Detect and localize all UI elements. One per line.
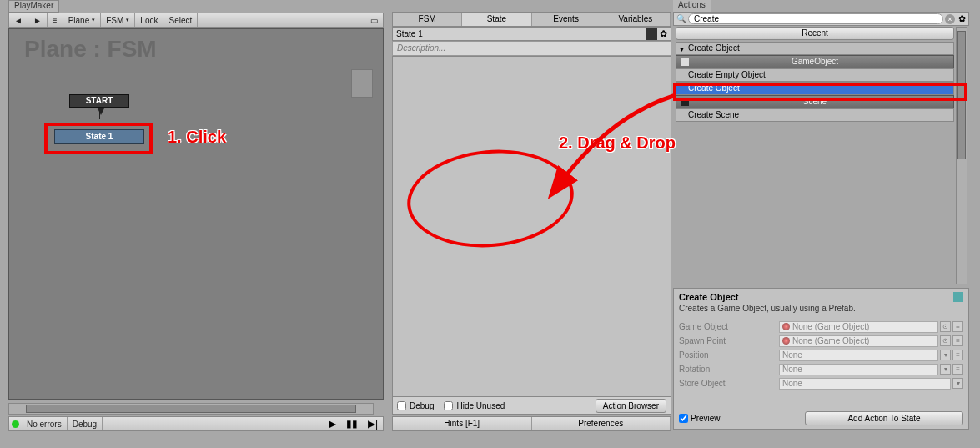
tab-variables[interactable]: Variables: [601, 13, 671, 26]
picker-button[interactable]: ⊙: [940, 335, 951, 346]
dropdown-button[interactable]: ▾: [952, 378, 963, 389]
search-input[interactable]: [688, 13, 943, 24]
minimap-toggle[interactable]: ▭: [365, 13, 383, 27]
left-toolbar: ◄ ► ≡ Plane FSM Lock Select ▭: [8, 13, 384, 28]
state-settings-gear-icon[interactable]: ✿: [660, 28, 667, 39]
inspector-tabs: FSM State Events Variables: [392, 12, 671, 27]
prop-field-store[interactable]: None: [779, 378, 951, 390]
prop-field-position[interactable]: None: [779, 350, 938, 361]
clear-search-button[interactable]: ×: [945, 14, 955, 24]
action-detail-panel: Create Object Creates a Game Object, usu…: [673, 288, 969, 430]
fsm-graph-canvas[interactable]: Plane : FSM START State 1 1. Click: [8, 28, 384, 400]
preview-label: Preview: [691, 414, 721, 423]
prop-label-position: Position: [679, 350, 779, 360]
tab-events[interactable]: Events: [532, 13, 601, 26]
category-header-gameobject[interactable]: GameObject: [676, 55, 954, 68]
preferences-button[interactable]: Preferences: [532, 417, 671, 430]
picker-button[interactable]: ⊙: [940, 321, 951, 332]
tab-state[interactable]: State: [462, 13, 531, 26]
action-create-object[interactable]: Create Object: [676, 82, 954, 95]
fsm-dropdown[interactable]: FSM: [101, 13, 135, 27]
prop-label-rotation: Rotation: [679, 365, 779, 374]
options-button[interactable]: ≡: [952, 364, 963, 375]
nav-fwd-button[interactable]: ►: [28, 13, 48, 27]
hide-unused-label: Hide Unused: [456, 401, 505, 410]
help-icon[interactable]: [953, 292, 963, 302]
category-create-object[interactable]: Create Object: [676, 42, 954, 55]
debug-checkbox[interactable]: [397, 401, 406, 410]
actions-tab[interactable]: Actions: [673, 0, 711, 12]
prop-label-gameobject: Game Object: [679, 322, 779, 331]
tab-fsm[interactable]: FSM: [393, 13, 462, 26]
search-row: 🔍 × ✿: [673, 12, 969, 26]
cube-icon: [681, 58, 689, 66]
options-button[interactable]: ≡: [952, 335, 963, 346]
plane-dropdown[interactable]: Plane: [63, 13, 102, 27]
object-dot-icon: [782, 337, 790, 345]
status-dot-icon: [12, 420, 19, 428]
scrollbar-thumb[interactable]: [26, 405, 356, 413]
hints-button[interactable]: Hints [F1]: [393, 417, 532, 430]
state-name-row: State 1 ✿: [392, 27, 671, 41]
action-list: Create Object GameObject Create Empty Ob…: [676, 42, 954, 122]
options-button[interactable]: ≡: [952, 350, 963, 360]
add-action-button[interactable]: Add Action To State: [805, 411, 963, 425]
detail-title: Create Object: [679, 292, 739, 302]
annotation-text-1: 1. Click: [168, 128, 226, 147]
state-color-swatch[interactable]: [646, 28, 657, 40]
unity-icon: [681, 98, 689, 106]
prop-label-spawn: Spawn Point: [679, 336, 779, 345]
debug-dropdown[interactable]: Debug: [68, 417, 103, 430]
pause-button[interactable]: ▮▮: [346, 418, 358, 430]
step-button[interactable]: ▶|: [368, 418, 378, 430]
start-node[interactable]: START: [69, 94, 129, 108]
action-browser-button[interactable]: Action Browser: [596, 399, 666, 413]
detail-description: Creates a Game Object, usually using a P…: [679, 304, 963, 313]
options-button[interactable]: ≡: [952, 321, 963, 332]
graph-scrollbar-h[interactable]: [8, 403, 374, 415]
prop-field-rotation[interactable]: None: [779, 364, 938, 375]
footer-tabs: Hints [F1] Preferences: [392, 416, 671, 431]
select-button[interactable]: Select: [163, 13, 198, 27]
scrollbar-thumb[interactable]: [957, 31, 966, 159]
transition-arrow-icon: [98, 108, 104, 115]
errors-button[interactable]: No errors: [22, 417, 68, 430]
minimap-icon[interactable]: [351, 69, 373, 98]
state-actions-area[interactable]: [392, 56, 671, 400]
actions-scrollbar-v[interactable]: [956, 27, 967, 284]
action-create-scene[interactable]: Create Scene: [676, 108, 954, 122]
graph-title: Plane : FSM: [24, 36, 157, 63]
play-button[interactable]: ▶: [329, 418, 336, 430]
debug-row: Debug Hide Unused Action Browser: [392, 396, 671, 415]
nav-back-button[interactable]: ◄: [9, 13, 28, 27]
actions-settings-gear-icon[interactable]: ✿: [958, 13, 966, 24]
search-icon: 🔍: [676, 14, 686, 23]
action-create-empty-object[interactable]: Create Empty Object: [676, 68, 954, 82]
hide-unused-checkbox[interactable]: [444, 401, 453, 410]
prop-field-gameobject[interactable]: None (Game Object): [779, 321, 938, 333]
prop-label-store: Store Object: [679, 379, 779, 388]
dropdown-button[interactable]: ▾: [940, 350, 951, 360]
menu-button[interactable]: ≡: [48, 13, 63, 27]
preview-checkbox[interactable]: [679, 414, 688, 423]
lock-button[interactable]: Lock: [135, 13, 163, 27]
prop-field-spawn[interactable]: None (Game Object): [779, 335, 938, 347]
playmaker-tab[interactable]: PlayMaker: [8, 0, 59, 13]
status-bar: No errors Debug ▶ ▮▮ ▶|: [8, 416, 384, 431]
recent-button[interactable]: Recent: [676, 27, 954, 40]
object-dot-icon: [782, 323, 790, 330]
category-header-scene[interactable]: Scene: [676, 95, 954, 108]
debug-label: Debug: [410, 401, 434, 410]
description-field[interactable]: Description...: [392, 41, 671, 56]
state-name-field[interactable]: State 1: [396, 29, 423, 38]
state1-node[interactable]: State 1: [54, 129, 144, 144]
dropdown-button[interactable]: ▾: [940, 364, 951, 375]
